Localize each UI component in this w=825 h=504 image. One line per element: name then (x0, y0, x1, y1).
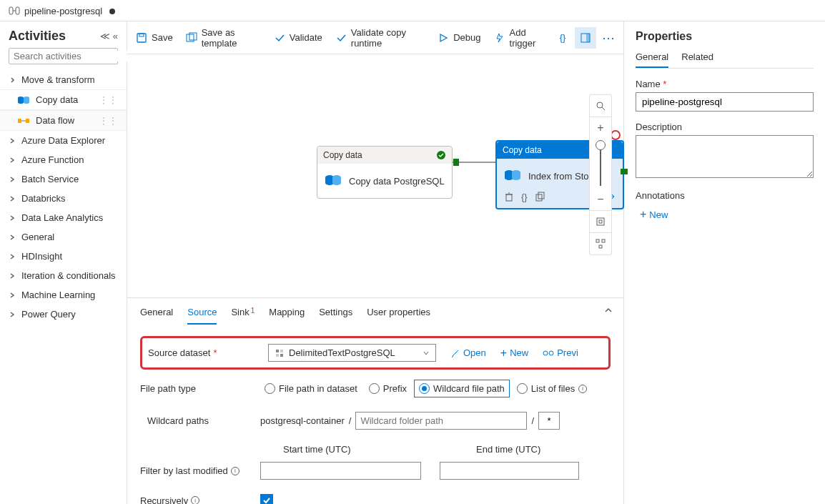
properties-button[interactable] (575, 27, 596, 49)
tab-user-properties[interactable]: User properties (367, 307, 430, 325)
chevron-right-icon (9, 214, 16, 222)
radio-file-path-dataset[interactable]: File path in dataset (260, 380, 362, 397)
info-icon: i (191, 496, 199, 504)
svg-rect-0 (9, 7, 13, 14)
chevron-right-icon (9, 311, 16, 318)
braces-icon[interactable]: {} (521, 192, 528, 202)
wildcard-file-input[interactable] (538, 412, 560, 430)
open-dataset-button[interactable]: Open (450, 347, 486, 358)
radio-list-files[interactable]: List of files i (513, 380, 591, 397)
props-name-input[interactable] (636, 92, 814, 112)
category-databricks[interactable]: Databricks (0, 189, 127, 208)
fit-icon (596, 217, 606, 227)
svg-rect-11 (137, 34, 146, 42)
svg-rect-30 (506, 194, 512, 201)
tab-source[interactable]: Source (187, 307, 217, 325)
canvas-node-postgresql[interactable]: Copy data Copy data PostgreSQL (317, 146, 453, 199)
radio-prefix[interactable]: Prefix (365, 380, 411, 397)
drag-handle-icon: ⋮⋮ (99, 116, 118, 126)
new-dataset-button[interactable]: +New (500, 347, 528, 360)
end-time-input[interactable] (440, 462, 579, 480)
category-machine-learning[interactable]: Machine Learning (0, 285, 127, 305)
zoom-slider[interactable] (590, 139, 611, 189)
zoom-in-button[interactable]: + (590, 117, 611, 139)
props-tab-general[interactable]: General (636, 51, 668, 68)
category-azure-function[interactable]: Azure Function (0, 150, 127, 169)
validate-button[interactable]: Validate (268, 23, 328, 53)
tab-mapping[interactable]: Mapping (269, 307, 305, 325)
recursively-checkbox[interactable] (260, 494, 273, 504)
tab-sink[interactable]: Sink1 (231, 307, 255, 325)
copy-icon[interactable] (535, 192, 545, 202)
debug-button[interactable]: Debug (432, 23, 486, 53)
svg-rect-41 (280, 350, 283, 352)
canvas-search-button[interactable] (590, 95, 611, 117)
chevron-right-icon (9, 176, 16, 183)
plus-icon: + (597, 122, 603, 134)
zoom-out-button[interactable]: − (590, 189, 611, 210)
checkmark-icon (274, 32, 285, 44)
start-time-label: Start time (UTC) (283, 444, 448, 455)
props-description-input[interactable] (636, 135, 814, 178)
search-icon (596, 101, 606, 111)
add-annotation-button[interactable]: + New (640, 208, 814, 221)
code-view-button[interactable]: {} (552, 27, 573, 49)
node-title: Copy data PostgreSQL (349, 176, 445, 187)
add-trigger-button[interactable]: Add trigger (488, 23, 553, 53)
success-icon (436, 150, 446, 160)
wildcard-folder-input[interactable] (355, 412, 527, 430)
category-general[interactable]: General (0, 227, 127, 247)
svg-rect-39 (599, 245, 602, 248)
search-activities-input[interactable] (9, 48, 118, 64)
svg-rect-40 (276, 350, 279, 352)
fit-screen-button[interactable] (590, 211, 611, 232)
chevron-right-icon (9, 137, 16, 144)
category-hdinsight[interactable]: HDInsight (0, 247, 127, 266)
category-iteration[interactable]: Iteration & conditionals (0, 266, 127, 285)
panel-icon (580, 32, 591, 44)
props-tab-related[interactable]: Related (681, 51, 713, 68)
tab-settings[interactable]: Settings (319, 307, 352, 325)
collapse-sidebar-button[interactable]: ≪ « (100, 31, 118, 41)
category-azure-data-explorer[interactable]: Azure Data Explorer (0, 131, 127, 150)
svg-point-45 (549, 351, 553, 355)
tab-general[interactable]: General (140, 307, 173, 325)
start-time-input[interactable] (260, 462, 421, 480)
chevron-right-icon (9, 234, 16, 241)
chevron-down-icon (9, 76, 16, 84)
preview-button[interactable]: Previ (543, 347, 578, 358)
more-icon: ⋯ (602, 30, 615, 46)
category-move-transform[interactable]: Move & transform (0, 70, 127, 89)
source-dataset-select[interactable]: DelimitedTextPostgreSQL (268, 344, 436, 362)
category-power-query[interactable]: Power Query (0, 305, 127, 324)
svg-point-5 (18, 101, 24, 104)
layout-button[interactable] (590, 233, 611, 255)
trash-icon[interactable] (504, 192, 514, 202)
svg-rect-35 (597, 218, 604, 225)
chevron-right-icon (9, 272, 16, 280)
validate-runtime-button[interactable]: Validate copy runtime (330, 23, 430, 53)
chevron-right-icon (9, 157, 16, 164)
svg-rect-36 (599, 220, 602, 223)
chevron-right-icon (9, 253, 16, 260)
activity-copy-data[interactable]: Copy data ⋮⋮ (0, 89, 127, 110)
svg-rect-1 (16, 7, 19, 14)
svg-rect-37 (596, 239, 599, 242)
more-button[interactable]: ⋯ (598, 27, 619, 49)
save-template-button[interactable]: Save as template (180, 23, 267, 53)
category-batch-service[interactable]: Batch Service (0, 169, 127, 189)
chevron-down-icon (423, 350, 430, 357)
category-data-lake[interactable]: Data Lake Analytics (0, 208, 127, 227)
activity-data-flow[interactable]: Data flow ⋮⋮ (0, 110, 127, 131)
activities-heading: Activities (9, 29, 66, 44)
svg-rect-38 (602, 239, 605, 242)
data-flow-icon (17, 116, 30, 126)
collapse-detail-button[interactable] (603, 305, 613, 317)
radio-wildcard[interactable]: Wildcard file path (414, 380, 510, 397)
svg-point-34 (597, 102, 603, 108)
info-icon: i (578, 385, 587, 393)
svg-rect-32 (538, 192, 544, 199)
svg-rect-42 (276, 354, 279, 357)
save-button[interactable]: Save (130, 23, 179, 53)
file-tab[interactable]: pipeline-postgresql (0, 1, 124, 21)
